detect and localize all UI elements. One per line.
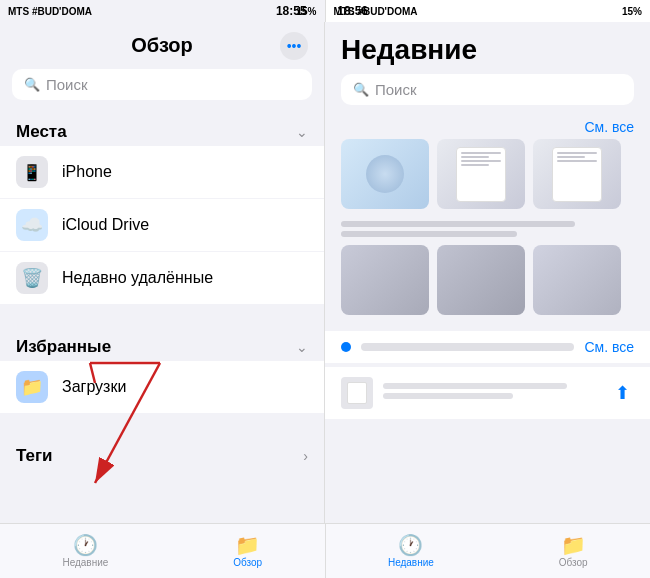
tab-overview-label-right: Обзор [559,557,588,568]
list-item-deleted[interactable]: 🗑️ Недавно удалённые [0,252,324,305]
blue-dot-indicator [341,342,351,352]
more-icon: ••• [287,38,302,54]
battery-right: 15% [622,6,642,17]
file-thumb-1[interactable] [341,139,429,209]
right-panel: Недавние 🔍 Поиск См. все [325,22,650,523]
carrier-left: MTS #BUD'DOMA [8,6,92,17]
search-placeholder-right: Поиск [375,81,417,98]
bottom-file-preview: ⬆ [325,367,650,419]
doc-line [461,152,501,154]
left-panel-title: Обзор [131,34,193,57]
time-left: 18:55 [276,4,307,18]
search-icon-left: 🔍 [24,77,40,92]
doc-preview [347,382,367,404]
arrow-svg [10,333,230,513]
tab-overview-left[interactable]: 📁 Обзор [221,531,274,572]
preview-line-1 [383,383,567,389]
file-text-line-2 [341,231,517,237]
more-button[interactable]: ••• [280,32,308,60]
left-panel: Обзор ••• 🔍 Поиск Места ⌄ 📱 iPhone ☁️ iC… [0,22,325,523]
iphone-label: iPhone [62,163,308,181]
doc-line [557,160,597,162]
file-thumb-2[interactable] [437,139,525,209]
upload-icon[interactable]: ⬆ [610,381,634,405]
file-thumb-3[interactable] [533,139,621,209]
icloud-icon: ☁️ [16,209,48,241]
doc-line [461,160,501,162]
recent-tab-icon-left: 🕐 [73,535,98,555]
tab-bar-right: 🕐 Недавние 📁 Обзор [325,524,651,578]
doc-line [557,152,597,154]
doc-thumb-3 [552,147,602,202]
tags-chevron-icon: › [303,448,308,464]
status-bar-right: MTS #BUD'DOMA 18:56 15% [325,0,651,22]
deleted-label: Недавно удалённые [62,269,308,287]
tab-bars: 🕐 Недавние 📁 Обзор 🕐 Недавние 📁 Обзор [0,523,650,578]
file-thumb-4[interactable] [341,245,429,315]
file-thumb-6[interactable] [533,245,621,315]
list-item-icloud[interactable]: ☁️ iCloud Drive [0,199,324,252]
tab-bar-left: 🕐 Недавние 📁 Обзор [0,524,325,578]
main-content: Обзор ••• 🔍 Поиск Места ⌄ 📱 iPhone ☁️ iC… [0,22,650,523]
recent-tab-icon-right: 🕐 [398,535,423,555]
iphone-icon: 📱 [16,156,48,188]
thumb-inner-1 [366,155,404,193]
tab-recent-label-right: Недавние [388,557,434,568]
section-title-places: Места [16,122,67,142]
file-text-line-1 [341,221,575,227]
tab-recent-right[interactable]: 🕐 Недавние [376,531,446,572]
search-placeholder-left: Поиск [46,76,88,93]
doc-line [557,156,585,158]
list-item-iphone[interactable]: 📱 iPhone [0,146,324,199]
places-chevron-icon: ⌄ [296,124,308,140]
status-bar-left: MTS #BUD'DOMA 18:55 15% [0,0,325,22]
svg-line-3 [90,363,95,383]
tab-overview-label-left: Обзор [233,557,262,568]
files-grid-row1 [325,139,650,221]
see-all-link-2[interactable]: См. все [584,339,634,355]
file-thumb-5[interactable] [437,245,525,315]
overview-tab-icon-left: 📁 [235,535,260,555]
doc-thumb-2 [456,147,506,202]
arrow-annotation-area [0,470,324,523]
favorites-chevron-icon: ⌄ [296,339,308,355]
right-panel-title: Недавние [341,34,634,66]
left-header: Обзор ••• [0,22,324,65]
see-all-link-1[interactable]: См. все [584,119,634,135]
doc-line [461,164,489,166]
preview-text-lines [383,383,600,403]
see-all-row-1: См. все [325,113,650,139]
file-preview-icon [341,377,373,409]
file-text-area [325,221,650,245]
tab-overview-right[interactable]: 📁 Обзор [547,531,600,572]
preview-line-2 [383,393,513,399]
section-header-places: Места ⌄ [0,110,324,146]
search-bar-left[interactable]: 🔍 Поиск [12,69,312,100]
search-icon-right: 🔍 [353,82,369,97]
icloud-label: iCloud Drive [62,216,308,234]
tab-recent-left[interactable]: 🕐 Недавние [50,531,120,572]
section-row-text [361,343,574,351]
search-bar-right[interactable]: 🔍 Поиск [341,74,634,105]
status-bars: MTS #BUD'DOMA 18:55 15% MTS #BUD'DOMA 18… [0,0,650,22]
doc-line [461,156,489,158]
section-divider-1 [0,305,324,325]
tab-recent-label-left: Недавние [62,557,108,568]
time-right: 18:56 [337,4,368,18]
right-header: Недавние 🔍 Поиск [325,22,650,113]
overview-tab-icon-right: 📁 [561,535,586,555]
svg-line-1 [95,363,160,483]
section-row-1: См. все [325,331,650,363]
files-grid-row2 [325,245,650,327]
trash-icon: 🗑️ [16,262,48,294]
